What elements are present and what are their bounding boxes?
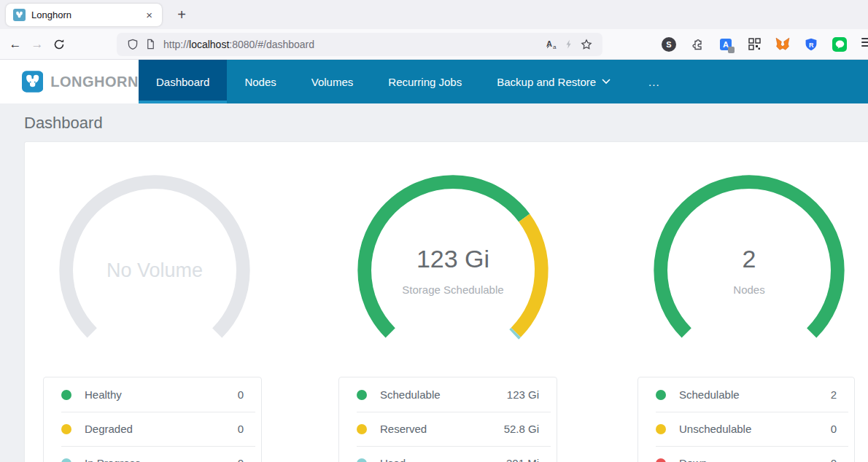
extension-icons-row: S A R [661,36,848,52]
lightning-shortcuts-icon[interactable] [560,36,578,53]
longhorn-logo[interactable]: LONGHORN [0,60,139,103]
browser-menu-icon[interactable] [861,38,868,49]
longhorn-favicon [13,9,26,21]
browser-tab[interactable]: Longhorn × [6,4,162,26]
svg-text:a: a [553,44,557,50]
shield-wallet-extension-icon[interactable]: R [803,36,819,52]
longhorn-bull-icon [22,68,43,95]
translate-extension-icon[interactable]: A [718,36,734,52]
translate-page-icon[interactable]: Aa [543,36,560,53]
svg-text:A: A [546,39,552,48]
dashboard-page: Dashboard No Volume 123 Gi Storage Sched… [0,103,868,461]
new-tab-button[interactable]: + [171,4,192,25]
healthy-dot [61,390,71,400]
legend-row-schedulable-storage[interactable]: Schedulable 123 Gi [339,377,557,412]
volumes-gauge-empty-label: No Volume [106,259,203,282]
url-text[interactable]: http://localhost:8080/#/dashboard [163,39,543,50]
extension-s-icon[interactable]: S [661,36,677,52]
browser-toolbar: ← → http://localhost:8080/#/dashboard Aa… [0,29,868,60]
down-dot [656,458,666,462]
dashboard-card: No Volume 123 Gi Storage Schedulable 2 N… [24,141,868,462]
chevron-down-icon [602,79,611,85]
extensions-puzzle-icon[interactable] [689,36,705,52]
page-title: Dashboard [0,103,868,133]
storage-gauge-value: 123 Gi [416,245,489,273]
schedulable-dot [357,390,367,400]
forward-button[interactable]: → [26,34,48,55]
legend-row-unschedulable[interactable]: Unschedulable 0 [638,412,854,446]
unschedulable-dot [656,424,666,434]
bookmark-star-icon[interactable] [578,36,595,53]
nav-item-volumes[interactable]: Volumes [294,60,371,103]
nav-item-overflow[interactable]: ... [638,60,670,103]
top-navigation: Dashboard Nodes Volumes Recurring Jobs B… [139,60,868,103]
nav-item-nodes[interactable]: Nodes [227,60,293,103]
metamask-extension-icon[interactable] [775,36,791,52]
reserved-dot [357,424,367,434]
storage-gauge-label: Storage Schedulable [402,283,503,296]
volumes-legend: Healthy 0 Degraded 0 In Progress 0 [43,377,262,462]
degraded-dot [61,424,71,434]
browser-tab-strip: Longhorn × + [0,0,868,29]
nodes-gauge-value: 2 [743,245,756,273]
page-info-icon[interactable] [142,36,159,53]
logo-wordmark: LONGHORN [50,74,139,90]
line-extension-icon[interactable] [832,36,848,52]
nodes-gauge: 2 Nodes [647,168,851,372]
legend-row-down[interactable]: Down 0 [638,446,854,462]
nav-item-backup-and-restore[interactable]: Backup and Restore [479,60,628,103]
legend-row-used[interactable]: Used 301 Mi [339,446,557,462]
volumes-gauge: No Volume [53,168,257,372]
legend-row-degraded[interactable]: Degraded 0 [44,412,261,446]
legend-row-schedulable-nodes[interactable]: Schedulable 2 [638,377,854,412]
url-bar[interactable]: http://localhost:8080/#/dashboard Aa [117,33,602,56]
in-progress-dot [61,458,71,462]
used-dot [357,458,367,462]
nodes-gauge-label: Nodes [733,283,764,296]
schedulable-nodes-dot [656,390,666,400]
legend-row-healthy[interactable]: Healthy 0 [44,377,261,412]
legend-row-reserved[interactable]: Reserved 52.8 Gi [339,412,557,446]
storage-legend: Schedulable 123 Gi Reserved 52.8 Gi Used… [338,377,557,462]
nodes-legend: Schedulable 2 Unschedulable 0 Down 0 [638,377,855,462]
nav-item-dashboard[interactable]: Dashboard [139,60,227,103]
storage-gauge: 123 Gi Storage Schedulable [351,168,555,372]
legend-row-in-progress[interactable]: In Progress 0 [44,446,261,462]
tab-title: Longhorn [31,9,143,20]
reload-button[interactable] [48,34,70,55]
qr-scanner-extension-icon[interactable] [746,36,762,52]
back-button[interactable]: ← [4,34,26,55]
shield-permissions-icon[interactable] [124,36,142,53]
longhorn-header: LONGHORN Dashboard Nodes Volumes Recurri… [0,60,868,103]
svg-text:R: R [809,41,814,48]
tab-close-icon[interactable]: × [143,8,155,22]
nav-item-recurring-jobs[interactable]: Recurring Jobs [371,60,479,103]
